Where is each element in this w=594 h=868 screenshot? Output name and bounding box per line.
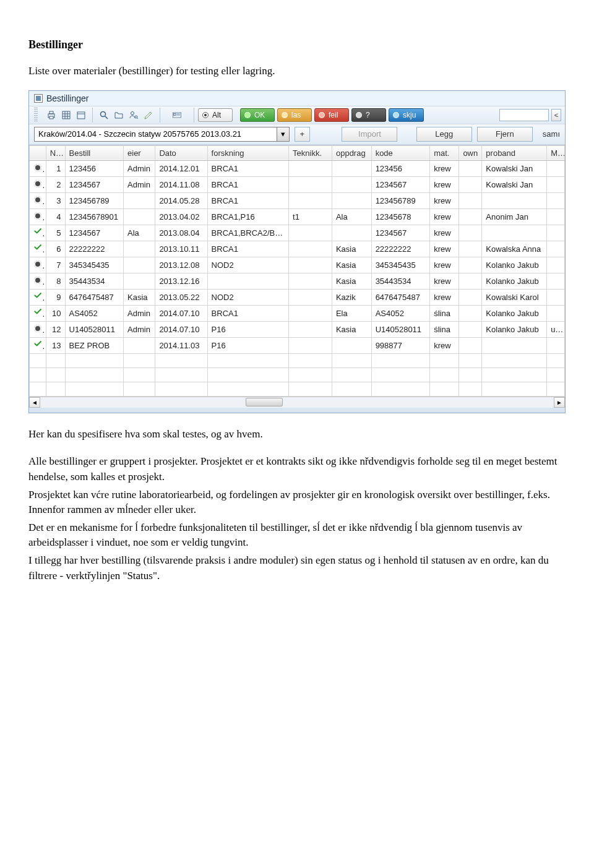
grid-cell (547, 273, 565, 289)
grid-cell: NOD2 (207, 257, 288, 273)
fjern-button[interactable]: Fjern (477, 127, 533, 142)
grid-cell: Anonim Jan (482, 208, 547, 225)
filter-all-radio[interactable]: Alt (198, 108, 233, 122)
grid-header-cell[interactable]: Teknikk. (289, 145, 332, 160)
add-project-button[interactable]: + (295, 127, 310, 142)
quick-search-prev-button[interactable]: < (551, 109, 561, 121)
table-row[interactable]: 12U140528011Admin2014.07.10P16KasiaU1405… (30, 321, 565, 337)
grid-cell: BRCA1 (207, 160, 288, 176)
print-icon[interactable] (44, 108, 59, 122)
table-row[interactable]: 6222222222013.10.11BRCA1Kasia22222222kre… (30, 241, 565, 257)
grid-cell (547, 241, 565, 257)
grid-cell (124, 241, 155, 257)
grid-header-cell[interactable]: oppdrag (332, 145, 371, 160)
grid-cell (482, 192, 547, 208)
grid-header-cell[interactable]: proband (482, 145, 547, 160)
status-dot-icon (319, 112, 325, 118)
scroll-right-icon[interactable]: ► (554, 397, 565, 408)
grid-header-cell[interactable]: mat. (430, 145, 459, 160)
grid-cell: 1234567 (65, 176, 124, 192)
grid-cell: krew (430, 225, 459, 241)
dropdown-arrow-icon[interactable]: ▾ (277, 127, 289, 141)
horizontal-scrollbar[interactable]: ◄ ► (29, 397, 565, 408)
grid-cell (332, 176, 371, 192)
table-row[interactable]: 4123456789012013.04.02BRCA1,P16t1Ala1234… (30, 208, 565, 225)
legg-button[interactable]: Legg (416, 127, 472, 142)
grid-cell: ślina (430, 305, 459, 321)
grid-cell (459, 273, 482, 289)
table-row[interactable]: 73453454352013.12.08NOD2Kasia345345435kr… (30, 257, 565, 273)
scroll-track[interactable] (40, 397, 554, 408)
status-circle-icon (33, 324, 42, 333)
grid-header-cell[interactable] (30, 145, 46, 160)
folder-open-icon[interactable] (111, 108, 126, 122)
svg-rect-8 (77, 112, 85, 119)
filter-las-button[interactable]: las (277, 108, 312, 122)
quick-search-input[interactable] (499, 109, 549, 121)
status-dot-icon (356, 112, 362, 118)
scroll-thumb[interactable] (246, 398, 283, 406)
grid-cell (289, 321, 332, 337)
grid-cell (332, 192, 371, 208)
scroll-left-icon[interactable]: ◄ (29, 397, 40, 408)
grid-cell (207, 273, 288, 289)
grid-header-cell[interactable]: eier (124, 145, 155, 160)
grid-cell (547, 208, 565, 225)
grid-cell (459, 225, 482, 241)
toolbar-main: Alt OK las feil ? (29, 106, 565, 124)
table-row[interactable]: 8354435342013.12.16Kasia35443534krewKola… (30, 273, 565, 289)
grid-cell: 6476475487 (371, 289, 430, 305)
filter-q-button[interactable]: ? (351, 108, 386, 122)
grid-header-cell[interactable]: own (459, 145, 482, 160)
grid-cell: 12345678901 (65, 208, 124, 225)
filter-feil-button[interactable]: feil (314, 108, 349, 122)
grid-cell: 2013.10.11 (155, 241, 207, 257)
grid-cell: Kasia (124, 289, 155, 305)
calendar-icon[interactable] (74, 108, 88, 122)
grid-cell: BRCA1 (207, 192, 288, 208)
grid-cell (482, 337, 547, 353)
grid-cell: Admin (124, 160, 155, 176)
grid-cell (30, 257, 46, 273)
svg-point-12 (131, 111, 134, 114)
grid-cell (30, 289, 46, 305)
grid-header-cell[interactable]: forskning (207, 145, 288, 160)
grid-cell: 2014.05.28 (155, 192, 207, 208)
orders-grid: No.BestilleierDatoforskningTeknikk.oppdr… (29, 145, 565, 408)
window-title: Bestillinger (46, 93, 88, 103)
grid-cell: 35443534 (65, 273, 124, 289)
edit-icon[interactable] (141, 108, 156, 122)
grid-header-cell[interactable]: Me (547, 145, 565, 160)
person-search-icon[interactable] (126, 108, 141, 122)
svg-rect-3 (62, 111, 70, 119)
filter-feil-label: feil (329, 111, 338, 119)
grid-icon[interactable] (59, 108, 74, 122)
grid-cell: 22222222 (65, 241, 124, 257)
table-row[interactable]: 13BEZ PROB2014.11.03P16998877krew (30, 337, 565, 353)
grid-cell: krew (430, 273, 459, 289)
grid-cell (30, 337, 46, 353)
project-select[interactable]: Kraków/2014.04 - Szczecin statyw 2057576… (34, 127, 290, 142)
table-row[interactable]: 10AS4052Admin2014.07.10BRCA1ElaAS4052śli… (30, 305, 565, 321)
table-row[interactable]: 31234567892014.05.28BRCA1123456789krew (30, 192, 565, 208)
grid-header-cell[interactable]: Bestill (65, 145, 124, 160)
filter-skju-button[interactable]: skju (389, 108, 424, 122)
toolbar-grip[interactable] (34, 108, 38, 122)
table-row[interactable]: 96476475487Kasia2013.05.22NOD2Kazik64764… (30, 289, 565, 305)
table-row[interactable]: 21234567Admin2014.11.08BRCA11234567krewK… (30, 176, 565, 192)
grid-cell: Kasia (332, 241, 371, 257)
filter-ok-button[interactable]: OK (240, 108, 275, 122)
grid-cell (30, 225, 46, 241)
grid-cell (547, 305, 565, 321)
grid-header-cell[interactable]: No. (46, 145, 65, 160)
grid-header-cell[interactable]: Dato (155, 145, 207, 160)
grid-cell: 2014.07.10 (155, 321, 207, 337)
table-row[interactable]: 1123456Admin2014.12.01BRCA1123456krewKow… (30, 160, 565, 176)
filter-las-label: las (291, 111, 301, 119)
table-row[interactable]: 51234567Ala2013.08.04BRCA1,BRCA2/B2P1123… (30, 225, 565, 241)
import-button[interactable]: Import (342, 127, 397, 142)
grid-header-cell[interactable]: kode (371, 145, 430, 160)
card-icon[interactable] (164, 108, 190, 122)
search-icon[interactable] (97, 108, 111, 122)
grid-cell: BRCA1 (207, 241, 288, 257)
